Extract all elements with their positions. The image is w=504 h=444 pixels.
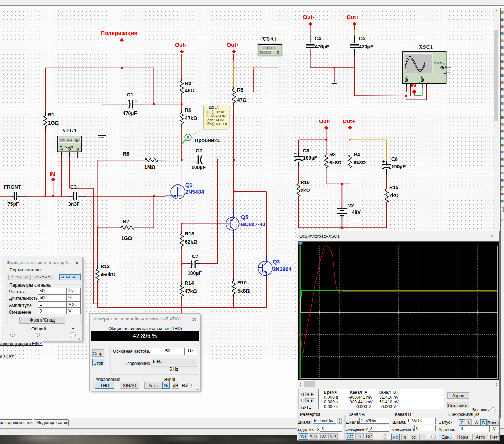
- svg-text:+: +: [418, 81, 421, 85]
- svg-text:2kΩ: 2kΩ: [389, 193, 399, 198]
- svg-text:470pF: 470pF: [315, 44, 329, 49]
- svg-text:1GΩ: 1GΩ: [121, 235, 132, 241]
- svg-text:I(dc): 144 uA: I(dc): 144 uA: [206, 118, 225, 122]
- svg-text:I: 123 uA: I: 123 uA: [206, 106, 219, 109]
- svg-text:R10: R10: [237, 280, 247, 286]
- svg-text:47Ω: 47Ω: [237, 97, 247, 103]
- svg-text:I(rms): 145 uA: I(rms): 145 uA: [206, 114, 227, 117]
- svg-text:XDA1: XDA1: [262, 36, 277, 42]
- svg-text:R8: R8: [123, 151, 129, 157]
- svg-text:IN: IN: [50, 171, 55, 177]
- svg-text:100µF: 100µF: [187, 270, 202, 276]
- svg-text:Ext Trig: Ext Trig: [434, 62, 445, 65]
- svg-text:I(freq): 50.0 Hz: I(freq): 50.0 Hz: [206, 122, 228, 126]
- svg-text:THD: THD: [265, 46, 272, 50]
- svg-text:6k8Ω: 6k8Ω: [354, 160, 366, 166]
- svg-text:C1: C1: [127, 92, 133, 98]
- svg-text:−: −: [444, 71, 446, 75]
- svg-text:C7: C7: [192, 254, 199, 259]
- svg-text:450kΩ: 450kΩ: [101, 272, 115, 277]
- svg-text:100µF: 100µF: [191, 164, 206, 170]
- svg-text:C6: C6: [391, 156, 398, 162]
- svg-text:+: +: [402, 81, 405, 85]
- svg-text:V2: V2: [348, 203, 354, 208]
- svg-text:3n3F: 3n3F: [68, 201, 80, 207]
- svg-text:C4: C4: [315, 36, 321, 41]
- svg-text:+: +: [60, 144, 62, 148]
- svg-text:B: B: [421, 75, 424, 79]
- svg-text:48Ω: 48Ω: [185, 88, 195, 93]
- svg-text:Out-: Out-: [319, 118, 330, 124]
- svg-text:47kΩ: 47kΩ: [185, 115, 197, 121]
- svg-text:5k6Ω: 5k6Ω: [237, 288, 250, 294]
- svg-text:R13: R13: [185, 231, 194, 236]
- svg-text:R7: R7: [123, 219, 129, 224]
- svg-text:−: −: [76, 144, 78, 148]
- svg-text:100µF: 100µF: [303, 155, 317, 161]
- svg-text:R2: R2: [185, 80, 191, 86]
- svg-text:Out+: Out+: [343, 118, 355, 124]
- svg-text:Out-: Out-: [303, 14, 314, 20]
- svg-text:A: A: [187, 135, 190, 140]
- svg-text:470pF: 470pF: [359, 44, 374, 49]
- svg-text:BC807-40: BC807-40: [241, 221, 265, 227]
- svg-text:1GΩ: 1GΩ: [48, 120, 59, 126]
- svg-text:Пробник1: Пробник1: [195, 137, 220, 143]
- svg-text:e: e: [501, 187, 503, 191]
- svg-text:FRONT: FRONT: [4, 184, 21, 190]
- svg-text:C5: C5: [359, 36, 365, 41]
- svg-text:Out-: Out-: [175, 42, 186, 48]
- svg-text:6k8Ω: 6k8Ω: [329, 160, 342, 166]
- svg-text:47kΩ: 47kΩ: [185, 288, 197, 294]
- svg-text:2N3904: 2N3904: [273, 266, 292, 272]
- svg-text:2kΩ: 2kΩ: [300, 188, 310, 193]
- svg-text:XFG1: XFG1: [62, 128, 77, 134]
- svg-text:Out+: Out+: [227, 42, 240, 48]
- svg-text:470µF: 470µF: [123, 110, 137, 116]
- svg-text:C2: C2: [196, 148, 202, 153]
- svg-text:R4: R4: [354, 152, 360, 157]
- svg-text:R1: R1: [48, 112, 55, 117]
- svg-text:R16: R16: [300, 179, 310, 185]
- svg-text:62kΩ: 62kΩ: [185, 239, 197, 245]
- svg-text:48V: 48V: [352, 209, 361, 215]
- svg-text:R5: R5: [237, 87, 243, 93]
- svg-text:I(p-p): 115 uA: I(p-p): 115 uA: [206, 110, 226, 114]
- svg-text:R12: R12: [101, 263, 110, 269]
- svg-text:COM: COM: [65, 145, 73, 148]
- svg-text:+: +: [444, 65, 447, 69]
- svg-text:R15: R15: [389, 184, 398, 190]
- svg-text:R14: R14: [185, 280, 194, 286]
- svg-text:100µF: 100µF: [391, 164, 406, 169]
- svg-text:R3: R3: [329, 152, 336, 157]
- svg-text:Поляризация: Поляризация: [101, 30, 137, 36]
- svg-text:Q3: Q3: [273, 258, 280, 265]
- svg-text:Q1: Q1: [185, 182, 192, 188]
- svg-text:C9: C9: [303, 148, 309, 153]
- svg-text:75pF: 75pF: [7, 201, 19, 207]
- svg-text:−: −: [426, 80, 428, 85]
- svg-text:Out+: Out+: [346, 14, 359, 20]
- svg-text:C3: C3: [70, 184, 77, 190]
- svg-text:A: A: [405, 75, 408, 79]
- svg-text:2N5484: 2N5484: [185, 189, 204, 195]
- svg-text:XSC1: XSC1: [419, 44, 433, 50]
- svg-text:Q5: Q5: [241, 214, 248, 220]
- svg-text:1MΩ: 1MΩ: [144, 164, 155, 170]
- svg-text:R6: R6: [185, 107, 191, 113]
